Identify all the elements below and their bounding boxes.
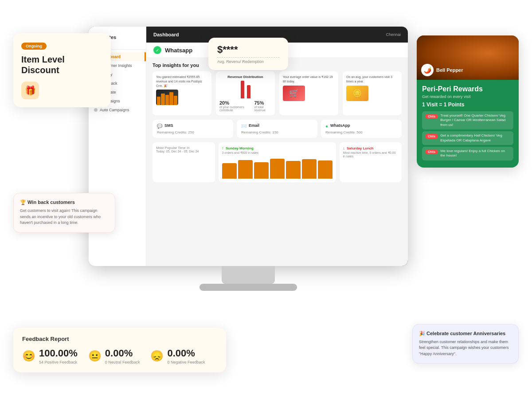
sidebar-item-auto-campaigns-label: Auto Campaigns — [100, 108, 129, 112]
positive-percent: 100.00% — [39, 348, 78, 359]
feedback-positive: 😊 100.00% 54 Positive Feedback — [22, 348, 78, 364]
peri-brand-name: Bell Pepper — [436, 67, 463, 73]
whatsapp-icon: ✓ — [153, 46, 161, 54]
anniversaries-text: Strengthen customer relationships and ma… — [419, 339, 512, 357]
insight-card-avg-order: Your average order value is ₹162.19 till… — [279, 71, 338, 115]
ongoing-badge: Ongoing — [21, 43, 47, 50]
best-time-icon: ↑ — [222, 146, 224, 150]
email-label: Email — [249, 123, 259, 128]
chili-badge-1: Chils — [426, 114, 438, 119]
peri-subtitle: Get rewarded on every visit — [422, 94, 513, 99]
peri-reward-3: Chils We love regulars! Enjoy a full Chi… — [422, 147, 513, 160]
feedback-neutral: 😐 0.00% 0 Neutral Feedback — [88, 348, 140, 364]
win-back-text: Get customers to visit again! This campa… — [20, 208, 109, 226]
email-credits: Remaining Credits: 150 — [241, 130, 313, 134]
feedback-title: Feedback Report — [22, 336, 217, 342]
credit-email: ✉️ Email Remaining Credits: 150 — [237, 120, 317, 138]
worst-time-sub: Most inactive time, 0 orders and ₹0.00 i… — [343, 151, 399, 158]
visits-chart — [222, 156, 332, 179]
chili-badge-2: Chils — [426, 134, 438, 139]
card-avg-revenue: $**** Avg. Revenu/ Redemption — [208, 38, 288, 70]
card-peri-peri: 🌶️ Bell Pepper Peri-Peri Rewards Get rew… — [417, 35, 519, 168]
popular-time-label: Most Popular Time In — [156, 146, 211, 150]
monitor-base — [200, 284, 297, 291]
positive-sub: 54 Positive Feedback — [39, 360, 78, 364]
peri-reward-text-2: Get a complimentary Half Chicken/ Veg Es… — [440, 133, 510, 143]
peri-reward-1: Chils Treat yourself! One Quarter Chicke… — [422, 111, 513, 129]
popular-time-card: Most Popular Time In Today: 05, Dec 24 -… — [153, 142, 215, 182]
card-anniversaries: 🎉 Celebrate customer Anniversaries Stren… — [412, 324, 519, 364]
neutral-emoji: 😐 — [88, 350, 102, 362]
peri-img: 🌶️ Bell Pepper — [417, 35, 519, 80]
popular-time-row: Most Popular Time In Today: 05, Dec 24 -… — [153, 142, 402, 182]
insight-card-revenue: You gained estimated ₹2555.85 revenue an… — [153, 71, 211, 115]
neutral-percent: 0.00% — [105, 348, 140, 359]
peri-points: 1 Visit = 1 Points — [422, 102, 513, 108]
total-visits-card: ↑ Sunday Morning 3 orders and ₹900 in sa… — [219, 142, 336, 182]
dashboard: Top insights for you You gained estimate… — [146, 58, 408, 266]
peri-reward-text-3: We love regulars! Enjoy a full Chicken o… — [440, 149, 510, 158]
monitor-stand — [222, 266, 275, 284]
rev-dist-title: Revenue Distribution — [227, 75, 263, 79]
avg-revenue-value: $**** — [217, 44, 279, 55]
feedback-row: 😊 100.00% 54 Positive Feedback 😐 0.00% 0… — [22, 348, 217, 364]
insights-row: You gained estimated ₹2555.85 revenue an… — [153, 71, 402, 115]
popular-time-date: Today: 05, Dec 24 - 05, Dec 24 — [156, 150, 211, 153]
feedback-negative: 😞 0.00% 0 Negative Feedback — [150, 348, 205, 364]
peri-logo: 🌶️ Bell Pepper — [421, 64, 463, 76]
peri-reward-text-1: Treat yourself! One Quarter Chicken/ Veg… — [440, 113, 510, 127]
worst-time-icon: ↓ — [343, 146, 345, 150]
gift-icon: 🎁 — [21, 82, 39, 99]
avg-order-text: Your average order value is ₹162.19 till… — [283, 75, 335, 84]
neutral-sub: 0 Neutral Feedback — [105, 360, 140, 364]
chili-badge-3: Chils — [426, 149, 438, 154]
best-time-label: Sunday Morning — [226, 146, 254, 150]
item-discount-title: Item Level Discount — [21, 54, 103, 75]
stat1-value: 20% — [219, 100, 250, 106]
anniversaries-title: 🎉 Celebrate customer Anniversaries — [419, 331, 512, 336]
worst-time-label: Saturday Lunch — [347, 146, 373, 150]
win-back-title: 🏆 Win back customers — [20, 200, 109, 205]
topbar-title: Dashboard — [153, 32, 179, 37]
credit-sms: 💬 SMS Remaining Credits: 250 — [153, 120, 233, 138]
sms-label: SMS — [164, 123, 173, 128]
best-time-sub: 3 orders and ₹900 in sales — [222, 151, 332, 155]
insight-revenue-text: You gained estimated ₹2555.85 revenue an… — [156, 75, 208, 88]
worst-time-card: ↓ Saturday Lunch Most inactive time, 0 o… — [340, 142, 402, 182]
insight-card-rev-dist: Revenue Distribution 20% of your custome… — [216, 71, 275, 115]
peri-reward-2: Chils Get a complimentary Half Chicken/ … — [422, 131, 513, 145]
negative-sub: 0 Negative Feedback — [167, 360, 205, 364]
card-win-back: 🏆 Win back customers Get customers to vi… — [13, 193, 115, 233]
topbar-location: Chennai — [386, 32, 401, 37]
visits-text: On an avg, your customers visit 3 times … — [346, 75, 398, 84]
peri-title: Peri-Peri Rewards — [422, 85, 513, 93]
whatsapp-credits: Remaining Credits: 500 — [325, 130, 397, 134]
credits-row: 💬 SMS Remaining Credits: 250 ✉️ Email Re… — [153, 120, 402, 138]
whatsapp-label: Whatsapp — [165, 47, 192, 54]
credit-whatsapp: ● WhatsApp Remaining Credits: 500 — [321, 120, 402, 138]
stat2-value: 75% — [254, 100, 271, 106]
card-item-discount: Ongoing Item Level Discount 🎁 — [13, 33, 111, 107]
stat1-sub: of your customers contribute — [219, 106, 250, 112]
insight-card-visits: On an avg, your customers visit 3 times … — [343, 71, 402, 115]
peri-body: Peri-Peri Rewards Get rewarded on every … — [417, 80, 519, 168]
card-feedback: Feedback Report 😊 100.00% 54 Positive Fe… — [13, 328, 226, 372]
negative-emoji: 😞 — [150, 350, 164, 362]
avg-revenue-label: Avg. Revenu/ Redemption — [217, 57, 279, 64]
positive-emoji: 😊 — [22, 350, 35, 362]
sms-credits: Remaining Credits: 250 — [157, 130, 229, 134]
stat2-sub: of total revenue — [254, 106, 271, 112]
whatsapp-credit-label: WhatsApp — [330, 123, 350, 128]
negative-percent: 0.00% — [167, 348, 205, 359]
peri-logo-icon: 🌶️ — [421, 64, 434, 76]
